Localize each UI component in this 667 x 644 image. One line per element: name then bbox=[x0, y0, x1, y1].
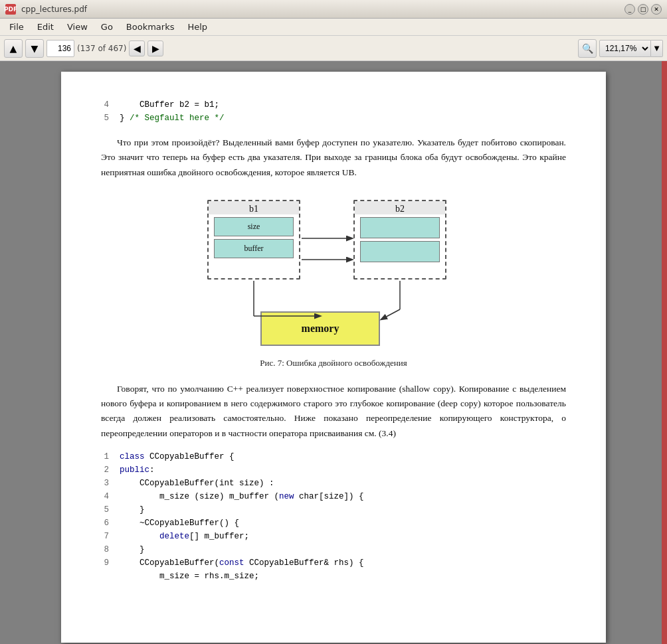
prev-page-button[interactable]: ◀ bbox=[129, 40, 145, 56]
line-num-b6: 6 bbox=[101, 517, 109, 530]
svg-line-6 bbox=[381, 309, 400, 319]
menu-view[interactable]: View bbox=[60, 20, 94, 34]
toolbar: ▲ ▼ (137 of 467) ◀ ▶ 🔍 121,17% 100% 75% … bbox=[0, 36, 667, 61]
paragraph-2: Говорят, что по умолчанию C++ реализует … bbox=[101, 382, 566, 441]
next-page-button[interactable]: ▶ bbox=[147, 40, 163, 56]
zoom-control: 121,17% 100% 75% 150% ▼ bbox=[599, 40, 663, 57]
line-num-b3: 3 bbox=[101, 477, 109, 490]
menubar: File Edit View Go Bookmarks Help bbox=[0, 19, 667, 36]
zoom-dropdown-button[interactable]: ▼ bbox=[651, 40, 663, 57]
code-text-b9: CCopyableBuffer(const CCopyableBuffer& r… bbox=[120, 556, 364, 570]
line-num-b7: 7 bbox=[101, 530, 109, 543]
zoom-select[interactable]: 121,17% 100% 75% 150% bbox=[599, 40, 651, 57]
search-button[interactable]: 🔍 bbox=[578, 39, 597, 58]
memory-label: memory bbox=[302, 323, 339, 335]
fig-caption: Рис. 7: Ошибка двойного освобождения bbox=[260, 358, 407, 368]
pdf-viewer[interactable]: 4 CBuffer b2 = b1; 5 } /* Segfault here … bbox=[0, 61, 667, 644]
menu-go[interactable]: Go bbox=[94, 20, 120, 34]
paragraph-1: Что при этом произойдёт? Выделенный вами… bbox=[101, 135, 566, 180]
code-line-b5: 5 } bbox=[101, 503, 566, 517]
line-num-b4: 4 bbox=[101, 490, 109, 503]
app-icon: PDF bbox=[5, 4, 16, 15]
page-number-input[interactable] bbox=[47, 40, 74, 57]
code-text-b10: m_size = rhs.m_size; bbox=[120, 570, 259, 583]
line-num-b2: 2 bbox=[101, 463, 109, 477]
code-line-5: 5 } /* Segfault here */ bbox=[101, 112, 566, 125]
code-text-b8: } bbox=[120, 543, 145, 556]
buffer-box-right bbox=[360, 241, 440, 262]
menu-file[interactable]: File bbox=[3, 20, 31, 34]
code-line-b7: 7 delete[] m_buffer; bbox=[101, 530, 566, 543]
page-navigation: (137 of 467) bbox=[47, 40, 126, 57]
code-line-b8: 8 } bbox=[101, 543, 566, 556]
close-button[interactable]: ✕ bbox=[651, 4, 662, 15]
figure-container: b1 size buffer b2 memory bbox=[101, 193, 566, 368]
diagram: b1 size buffer b2 memory bbox=[194, 193, 473, 353]
memory-box: memory bbox=[260, 311, 380, 346]
line-num-b8: 8 bbox=[101, 543, 109, 556]
line-num-5: 5 bbox=[101, 112, 109, 125]
code-text-4: CBuffer b2 = b1; bbox=[120, 98, 219, 112]
menu-help[interactable]: Help bbox=[181, 20, 214, 34]
app-icon-label: PDF bbox=[4, 6, 17, 13]
b2-label: b2 bbox=[355, 201, 445, 214]
menu-edit[interactable]: Edit bbox=[31, 20, 60, 34]
line-num-b9: 9 bbox=[101, 556, 109, 570]
line-num-b10 bbox=[101, 570, 109, 583]
menu-bookmarks[interactable]: Bookmarks bbox=[120, 20, 181, 34]
maximize-button[interactable]: □ bbox=[638, 4, 648, 15]
code-text-b1: class CCopyableBuffer { bbox=[120, 450, 235, 463]
window-title: cpp_lectures.pdf bbox=[21, 5, 87, 14]
code-line-b4: 4 m_size (size) m_buffer (new char[size]… bbox=[101, 490, 566, 503]
size-box: size bbox=[214, 217, 294, 236]
code-block-bottom: 1 class CCopyableBuffer { 2 public: 3 CC… bbox=[101, 450, 566, 583]
code-text-b3: CCopyableBuffer(int size) : bbox=[120, 477, 274, 490]
buffer-box: buffer bbox=[214, 239, 294, 258]
page-info: (137 of 467) bbox=[77, 44, 126, 53]
window-controls: _ □ ✕ bbox=[624, 4, 662, 15]
size-box-right bbox=[360, 217, 440, 238]
code-line-b1: 1 class CCopyableBuffer { bbox=[101, 450, 566, 463]
code-text-b2: public: bbox=[120, 463, 155, 477]
box-b2: b2 bbox=[353, 200, 446, 280]
titlebar: PDF cpp_lectures.pdf _ □ ✕ bbox=[0, 0, 667, 19]
b1-label: b1 bbox=[209, 201, 299, 214]
code-line-b6: 6 ~CCopyableBuffer() { bbox=[101, 517, 566, 530]
code-text-b4: m_size (size) m_buffer (new char[size]) … bbox=[120, 490, 364, 503]
code-text-b7: delete[] m_buffer; bbox=[120, 530, 249, 543]
code-text-5: } /* Segfault here */ bbox=[120, 112, 225, 125]
line-num-b5: 5 bbox=[101, 503, 109, 517]
code-line-b9: 9 CCopyableBuffer(const CCopyableBuffer&… bbox=[101, 556, 566, 570]
down-arrow-button[interactable]: ▼ bbox=[25, 39, 44, 58]
line-num-b1: 1 bbox=[101, 450, 109, 463]
scroll-indicator bbox=[662, 61, 667, 644]
pdf-page: 4 CBuffer b2 = b1; 5 } /* Segfault here … bbox=[61, 72, 606, 643]
code-line-4: 4 CBuffer b2 = b1; bbox=[101, 98, 566, 112]
code-line-b2: 2 public: bbox=[101, 463, 566, 477]
minimize-button[interactable]: _ bbox=[624, 4, 635, 15]
up-arrow-button[interactable]: ▲ bbox=[4, 39, 23, 58]
code-text-b6: ~CCopyableBuffer() { bbox=[120, 517, 239, 530]
code-block-top: 4 CBuffer b2 = b1; 5 } /* Segfault here … bbox=[101, 98, 566, 125]
box-b1: b1 size buffer bbox=[207, 200, 300, 280]
code-text-b5: } bbox=[120, 503, 145, 517]
code-line-b10: m_size = rhs.m_size; bbox=[101, 570, 566, 583]
line-num-4: 4 bbox=[101, 98, 109, 112]
code-line-b3: 3 CCopyableBuffer(int size) : bbox=[101, 477, 566, 490]
